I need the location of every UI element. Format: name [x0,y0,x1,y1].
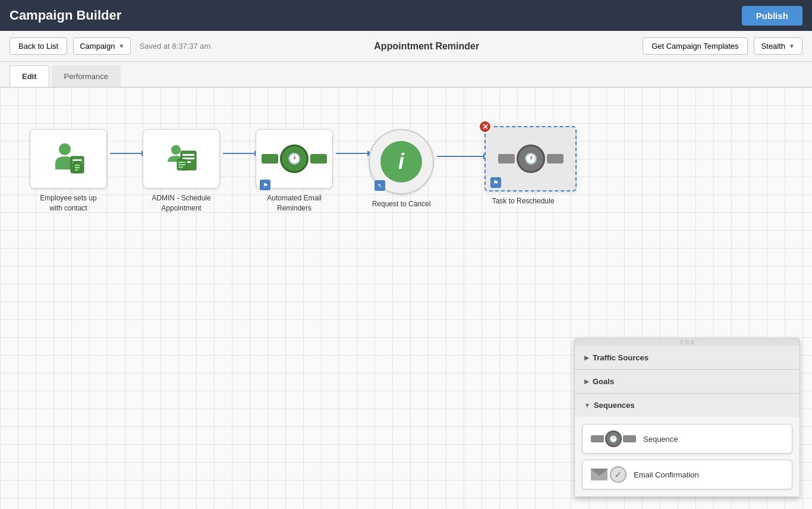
flag-badge-sequence-green: ⚑ [260,180,270,190]
flow-node-employee[interactable]: Employee sets upwith contact [30,129,107,213]
checkmark-icon: ✓ [610,466,627,483]
toolbar: Back to List Campaign ▼ Saved at 8:37:37… [0,31,812,62]
node-label-sequence-green: Automated EmailReminders [256,193,333,213]
stealth-label: Stealth [761,42,785,51]
sequences-label: Sequences [594,401,635,410]
employee-icon [49,140,88,178]
svg-rect-16 [178,164,185,165]
node-box-task-reschedule[interactable]: 🕐 ⚑ [484,126,577,191]
top-header: Campaign Builder Publish [0,0,812,31]
campaign-dropdown-label: Campaign [80,42,115,51]
svg-rect-11 [182,154,194,156]
envelope-icon [591,469,608,480]
arrow-3 [336,153,369,154]
get-templates-button[interactable]: Get Campaign Templates [643,37,747,55]
saved-text: Saved at 8:37:37 am [139,42,210,51]
node-box-sequence-green[interactable]: 🕐 ⚑ [256,129,333,188]
email-confirmation-icon: ✓ [591,466,627,483]
flow-node-admin[interactable]: ADMIN - ScheduleAppointment [143,129,220,213]
app-title: Campaign Builder [10,8,121,23]
tabs-bar: Edit Performance [0,62,812,87]
panel-sequence-label: Sequence [643,435,678,444]
goals-label: Goals [593,377,614,386]
campaign-canvas: Employee sets upwith contact [0,87,812,509]
flag-badge-task: ⚑ [490,177,501,188]
goals-header[interactable]: ▶ Goals [575,370,800,393]
panel-item-sequence[interactable]: 🕐 Sequence [582,424,792,454]
svg-rect-2 [73,159,82,161]
svg-rect-15 [178,162,185,163]
tab-edit[interactable]: Edit [10,65,49,87]
goals-expand-icon: ▶ [584,378,589,385]
campaign-name: Appointment Reminder [216,41,637,52]
stealth-dropdown[interactable]: Stealth ▼ [754,37,802,55]
panel-section-traffic-sources: ▶ Traffic Sources [575,346,800,370]
node-box-employee[interactable] [30,129,107,188]
cursor-badge-cancel: ↖ [374,180,385,191]
toolbar-right: Get Campaign Templates Stealth ▼ [643,37,802,55]
traffic-sources-label: Traffic Sources [593,353,649,362]
svg-point-0 [59,143,71,155]
sequences-header[interactable]: ▼ Sequences [575,394,800,417]
flow-node-task-reschedule[interactable]: ✕ 🕐 ⚑ Task to Reschedule [484,126,577,206]
panel-section-sequences: ▼ Sequences 🕐 Sequence [575,394,800,497]
task-sequence-icon: 🕐 [498,144,564,173]
sequences-expand-icon: ▼ [584,402,590,409]
traffic-sources-header[interactable]: ▶ Traffic Sources [575,346,800,369]
panel-item-email-confirmation[interactable]: ✓ Email Confirmation [582,460,792,489]
arrow-4 [437,156,484,157]
close-badge-icon[interactable]: ✕ [479,120,492,133]
traffic-sources-expand-icon: ▶ [584,354,589,361]
stealth-chevron-icon: ▼ [789,43,795,49]
svg-rect-17 [178,166,183,168]
panel-email-confirmation-label: Email Confirmation [634,470,699,479]
flow-node-request-cancel[interactable]: i ↖ Request to Cancel [369,129,434,209]
admin-icon [165,143,198,175]
node-box-admin[interactable] [143,129,220,188]
campaign-dropdown[interactable]: Campaign ▼ [73,37,131,55]
arrow-2 [223,153,256,154]
flow-node-sequence-green[interactable]: 🕐 ⚑ Automated EmailReminders [256,129,333,213]
panel-section-goals: ▶ Goals [575,370,800,394]
node-label-employee: Employee sets upwith contact [30,193,107,213]
drag-dots-icon: ⠿⠿⠿ [679,340,695,346]
panel-drag-handle[interactable]: ⠿⠿⠿ [575,339,800,346]
right-panel: ⠿⠿⠿ ▶ Traffic Sources ▶ Goals ▼ Sequence… [574,338,800,498]
back-to-list-button[interactable]: Back to List [10,37,67,55]
sequences-content: 🕐 Sequence ✓ [575,417,800,497]
tab-performance[interactable]: Performance [52,65,121,87]
svg-point-9 [171,145,181,155]
panel-sequence-icon: 🕐 [591,431,636,447]
node-label-task-reschedule: Task to Reschedule [484,196,562,206]
sequence-green-icon: 🕐 [262,144,327,173]
node-label-admin: ADMIN - ScheduleAppointment [143,193,220,213]
chevron-down-icon: ▼ [118,43,124,49]
info-circle-icon: i [380,141,422,183]
node-box-request-cancel[interactable]: i ↖ [369,129,434,194]
publish-button[interactable]: Publish [742,6,802,26]
arrow-1 [110,153,143,154]
node-label-request-cancel: Request to Cancel [369,199,434,209]
